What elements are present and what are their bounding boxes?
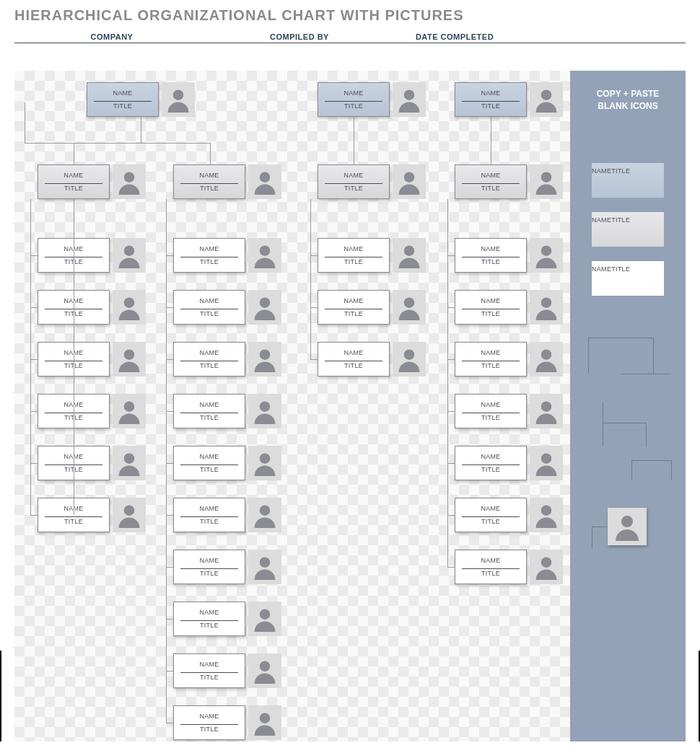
avatar-icon <box>113 498 146 532</box>
connector <box>166 619 173 620</box>
avatar-icon <box>393 342 426 376</box>
blank-connector[interactable] <box>592 527 592 548</box>
org-node-r3a3[interactable]: NAMETITLE <box>455 342 561 378</box>
blank-connector[interactable] <box>631 460 632 480</box>
org-node-r1b4[interactable]: NAMETITLE <box>173 394 280 430</box>
org-node-r3a[interactable]: NAMETITLE <box>455 164 561 201</box>
org-node-r2a[interactable]: NAMETITLE <box>318 164 424 201</box>
org-node-r3a5[interactable]: NAMETITLE <box>455 446 561 482</box>
connector <box>30 359 38 360</box>
connector <box>166 359 173 360</box>
org-node-r1a5[interactable]: NAMETITLE <box>38 446 144 482</box>
avatar-icon <box>530 342 563 376</box>
avatar-icon <box>530 550 563 584</box>
org-node-r1b7[interactable]: NAMETITLE <box>173 550 280 586</box>
org-node-r1b6[interactable]: NAMETITLE <box>173 498 280 534</box>
blank-connector[interactable] <box>631 460 671 461</box>
connector <box>25 102 25 143</box>
connector <box>74 199 74 515</box>
connector <box>447 199 448 567</box>
connector <box>74 143 74 164</box>
avatar-icon <box>530 164 563 199</box>
blank-connector[interactable] <box>646 423 647 447</box>
org-node-r1a3[interactable]: NAMETITLE <box>38 342 144 378</box>
org-node-r1a[interactable]: NAMETITLE <box>38 164 144 201</box>
org-node-root-3[interactable]: NAMETITLE <box>455 82 561 118</box>
connector <box>447 255 455 256</box>
header-row: COMPANY COMPILED BY DATE COMPLETED <box>14 32 686 43</box>
connector <box>166 723 173 723</box>
org-node-r3a4[interactable]: NAMETITLE <box>455 394 561 430</box>
connector <box>210 143 211 164</box>
org-node-r1b10[interactable]: NAMETITLE <box>173 705 280 741</box>
avatar-icon <box>248 653 281 688</box>
org-node-r3a1[interactable]: NAMETITLE <box>455 238 561 274</box>
crop-tick <box>0 651 1 741</box>
org-node-r2a3[interactable]: NAMETITLE <box>318 342 424 378</box>
org-node-r1a6[interactable]: NAMETITLE <box>38 498 144 534</box>
org-node-r1a1[interactable]: NAMETITLE <box>38 238 144 274</box>
blank-node-blue[interactable]: NAMETITLE <box>592 163 664 198</box>
avatar-icon <box>248 498 281 532</box>
header-date-completed[interactable]: DATE COMPLETED <box>390 32 520 41</box>
connector <box>166 671 173 671</box>
avatar-icon <box>113 394 146 428</box>
connector <box>447 567 455 568</box>
org-node-r1b[interactable]: NAMETITLE <box>173 164 280 201</box>
org-node-r3a7[interactable]: NAMETITLE <box>455 550 561 586</box>
avatar-icon <box>530 290 563 325</box>
avatar-icon <box>393 290 426 325</box>
connector <box>166 255 173 256</box>
org-node-r1a4[interactable]: NAMETITLE <box>38 394 144 430</box>
header-compiled-by[interactable]: COMPILED BY <box>209 32 390 41</box>
org-node-r3a2[interactable]: NAMETITLE <box>455 290 561 326</box>
blank-connector[interactable] <box>603 402 603 446</box>
connector <box>166 567 173 568</box>
blank-connector[interactable] <box>592 527 608 527</box>
avatar-icon <box>393 164 426 199</box>
blank-connector[interactable] <box>588 338 653 338</box>
org-node-r2a2[interactable]: NAMETITLE <box>318 290 424 326</box>
connector <box>447 463 455 464</box>
blank-connector[interactable] <box>603 423 646 423</box>
blank-avatar-icon[interactable] <box>608 508 647 545</box>
avatar-icon <box>113 164 146 199</box>
avatar-icon <box>113 342 146 376</box>
avatar-icon <box>248 446 281 480</box>
org-node-r1b9[interactable]: NAMETITLE <box>173 653 280 690</box>
blank-connector[interactable] <box>621 374 671 374</box>
avatar-icon <box>248 705 281 740</box>
connector <box>30 255 38 256</box>
org-node-r1b5[interactable]: NAMETITLE <box>173 446 280 482</box>
org-node-r1a2[interactable]: NAMETITLE <box>38 290 144 326</box>
blank-connector[interactable] <box>653 338 654 374</box>
avatar-icon <box>248 290 281 325</box>
blank-node-grey[interactable]: NAMETITLE <box>592 212 664 247</box>
connector <box>30 199 31 515</box>
connector <box>447 515 455 516</box>
org-node-r1b1[interactable]: NAMETITLE <box>173 238 280 274</box>
org-node-r3a6[interactable]: NAMETITLE <box>455 498 561 534</box>
avatar-icon <box>530 446 563 480</box>
org-node-root-1[interactable]: NAMETITLE <box>87 82 193 118</box>
header-company[interactable]: COMPANY <box>14 32 209 41</box>
blank-connector[interactable] <box>588 338 589 374</box>
org-node-r2a1[interactable]: NAMETITLE <box>318 238 424 274</box>
connector <box>25 143 211 144</box>
connector <box>166 411 173 412</box>
avatar-icon <box>530 394 563 428</box>
avatar-icon <box>530 82 563 117</box>
connector <box>447 359 455 360</box>
connector <box>491 117 491 164</box>
org-node-r1b3[interactable]: NAMETITLE <box>173 342 280 378</box>
org-node-r1b2[interactable]: NAMETITLE <box>173 290 280 326</box>
avatar-icon <box>393 238 426 273</box>
connector <box>166 463 173 464</box>
connector <box>354 117 354 164</box>
org-node-root-2[interactable]: NAMETITLE <box>318 82 424 118</box>
blank-node-white[interactable]: NAMETITLE <box>592 261 664 296</box>
connector <box>30 411 38 412</box>
org-node-r1b8[interactable]: NAMETITLE <box>173 602 280 638</box>
chart-canvas: COPY + PASTE BLANK ICONS NAMETITLE NAMET… <box>14 71 686 741</box>
blank-connector[interactable] <box>671 460 672 480</box>
